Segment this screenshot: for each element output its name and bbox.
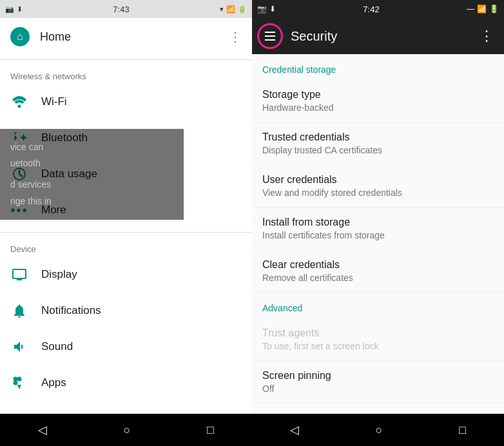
sound-label: Sound	[41, 340, 73, 353]
trust-agents-title: Trust agents	[262, 327, 494, 339]
apps-icon	[10, 374, 28, 392]
svg-point-3	[14, 377, 18, 382]
wifi-icon	[10, 93, 28, 111]
battery-icon-status: 🔋	[238, 5, 247, 14]
svg-point-0	[18, 105, 21, 108]
toolbar-title: Security	[291, 29, 474, 44]
home-icon: ⌂	[10, 27, 30, 46]
signal-icon: ▾	[220, 5, 224, 14]
download-icon: ⬇	[17, 5, 23, 14]
notifications-icon	[10, 302, 28, 320]
storage-type-item[interactable]: Storage type Hardware-backed	[252, 80, 504, 122]
menu-button[interactable]	[257, 23, 283, 49]
nav-item-notifications[interactable]: Notifications	[0, 293, 252, 329]
divider-2	[0, 232, 252, 233]
advanced-section-header: Advanced	[252, 293, 504, 318]
recent-button-right[interactable]: □	[449, 418, 476, 442]
overflow-icon-left[interactable]: ⋮	[229, 29, 242, 44]
install-from-storage-item[interactable]: Install from storage Install certificate…	[252, 208, 504, 250]
nav-item-wifi[interactable]: Wi-Fi	[0, 84, 252, 120]
hamburger-icon	[265, 32, 275, 41]
back-button-right[interactable]: ◁	[280, 418, 309, 442]
nav-home-item[interactable]: ⌂ Home ⋮	[0, 18, 252, 55]
storage-type-title: Storage type	[262, 89, 494, 101]
sound-icon	[10, 338, 28, 356]
status-bar-left: 📷 ⬇ 7:43 ▾ 📶 🔋	[0, 0, 252, 18]
home-button-right[interactable]: ○	[365, 418, 393, 442]
home-label: Home	[40, 30, 71, 44]
time-right: 7:42	[363, 5, 379, 14]
data-usage-label: Data usage	[41, 168, 97, 180]
bottom-nav-left: ◁ ○ □	[0, 414, 252, 446]
user-credentials-subtitle: View and modify stored credentials	[262, 188, 494, 198]
device-section-header: Device	[0, 237, 252, 257]
recent-button-left[interactable]: □	[197, 418, 224, 442]
trust-agents-item: Trust agents To use, first set a screen …	[252, 318, 504, 361]
bluetooth-icon: ✦	[10, 129, 28, 147]
right-panel: 📷 ⬇ 7:42 — 📶 🔋 Security ⋮	[252, 0, 504, 446]
user-credentials-item[interactable]: User credentials View and modify stored …	[252, 165, 504, 208]
nav-item-data-usage[interactable]: Data usage	[0, 156, 252, 192]
bottom-nav-right: ◁ ○ □	[252, 414, 504, 446]
display-label: Display	[41, 268, 77, 281]
wifi-signal-icon: 📶	[477, 5, 487, 14]
svg-rect-2	[13, 269, 26, 278]
nav-item-sound[interactable]: Sound	[0, 329, 252, 365]
status-bar-right: 📷 ⬇ 7:42 — 📶 🔋	[252, 0, 504, 18]
storage-type-subtitle: Hardware-backed	[262, 102, 494, 113]
nav-item-storage[interactable]: Storage	[0, 401, 252, 414]
status-icons-right-right: — 📶 🔋	[467, 5, 499, 14]
screen-pinning-title: Screen pinning	[262, 370, 494, 382]
divider-1	[0, 59, 252, 60]
credential-storage-header: Credential storage	[252, 54, 504, 80]
trust-agents-subtitle: To use, first set a screen lock	[262, 341, 494, 351]
more-label: More	[41, 204, 66, 217]
install-from-storage-title: Install from storage	[262, 217, 494, 228]
trusted-credentials-title: Trusted credentials	[262, 131, 494, 143]
svg-point-5	[14, 381, 18, 385]
overflow-menu-button[interactable]: ⋮	[474, 23, 499, 50]
security-content: Credential storage Storage type Hardware…	[252, 54, 504, 414]
nav-item-display[interactable]: Display	[0, 257, 252, 293]
trusted-credentials-subtitle: Display trusted CA certificates	[262, 145, 494, 155]
photo-icon: 📷	[5, 5, 14, 14]
clear-credentials-subtitle: Remove all certificates	[262, 273, 494, 283]
display-icon	[10, 266, 28, 284]
status-icons-left: 📷 ⬇	[5, 5, 23, 14]
bluetooth-label: Bluetooth	[41, 131, 88, 144]
data-usage-icon	[10, 165, 28, 183]
apps-label: Apps	[41, 376, 66, 389]
wifi-icon-status: 📶	[226, 5, 235, 14]
wireless-section-header: Wireless & networks	[0, 64, 252, 84]
install-from-storage-subtitle: Install certificates from storage	[262, 230, 494, 240]
notifications-label: Notifications	[41, 304, 101, 317]
screen-pinning-item[interactable]: Screen pinning Off	[252, 361, 504, 403]
status-icons-right-left: 📷 ⬇	[257, 5, 276, 14]
nav-item-apps[interactable]: Apps	[0, 365, 252, 401]
user-credentials-title: User credentials	[262, 174, 494, 186]
navigation-list: ⌂ Home ⋮ Wireless & networks Wi-Fi	[0, 18, 252, 414]
left-panel: 📷 ⬇ 7:43 ▾ 📶 🔋 ⌂ Home ⋮ Wireless & netwo…	[0, 0, 252, 446]
minus-icon: —	[467, 5, 474, 14]
nav-item-more[interactable]: ••• More	[0, 192, 252, 228]
nav-item-bluetooth[interactable]: ✦ Bluetooth	[0, 120, 252, 156]
trusted-credentials-item[interactable]: Trusted credentials Display trusted CA c…	[252, 122, 504, 165]
clear-credentials-item[interactable]: Clear credentials Remove all certificate…	[252, 250, 504, 293]
home-button-left[interactable]: ○	[113, 418, 141, 442]
signal-icons-left: ▾ 📶 🔋	[220, 5, 247, 14]
download-icon-right: ⬇	[269, 5, 276, 14]
battery-status-icon: 🔋	[489, 5, 499, 14]
more-icon: •••	[10, 201, 28, 219]
photo-icon-right: 📷	[257, 5, 267, 14]
time-left: 7:43	[113, 5, 129, 14]
wifi-label: Wi-Fi	[41, 95, 67, 108]
svg-point-4	[17, 377, 22, 382]
clear-credentials-title: Clear credentials	[262, 259, 494, 271]
toolbar-right: Security ⋮	[252, 18, 504, 54]
screen-pinning-subtitle: Off	[262, 383, 494, 394]
back-button-left[interactable]: ◁	[28, 418, 57, 442]
